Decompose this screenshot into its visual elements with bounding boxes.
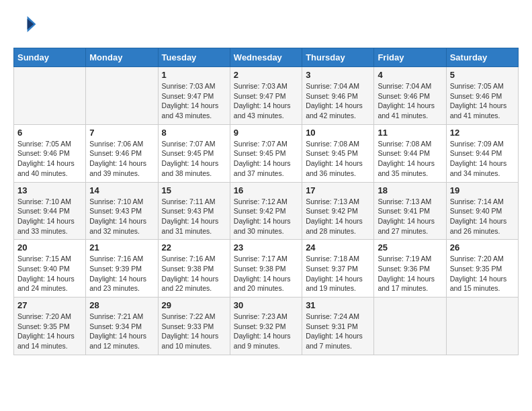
day-info: Sunrise: 7:20 AM Sunset: 9:35 PM Dayligh…	[450, 254, 515, 293]
week-row-2: 6Sunrise: 7:05 AM Sunset: 9:46 PM Daylig…	[14, 124, 519, 182]
calendar-cell: 17Sunrise: 7:13 AM Sunset: 9:42 PM Dayli…	[302, 182, 374, 240]
calendar-cell	[86, 67, 158, 125]
calendar-cell: 26Sunrise: 7:20 AM Sunset: 9:35 PM Dayli…	[446, 240, 518, 298]
day-number: 4	[378, 70, 442, 80]
calendar-cell: 6Sunrise: 7:05 AM Sunset: 9:46 PM Daylig…	[14, 124, 86, 182]
day-number: 29	[162, 300, 226, 310]
day-info: Sunrise: 7:10 AM Sunset: 9:44 PM Dayligh…	[17, 197, 82, 236]
day-number: 18	[378, 185, 442, 195]
day-info: Sunrise: 7:23 AM Sunset: 9:32 PM Dayligh…	[234, 312, 298, 351]
day-number: 9	[234, 128, 298, 138]
calendar-cell: 30Sunrise: 7:23 AM Sunset: 9:32 PM Dayli…	[230, 298, 302, 355]
calendar-cell: 16Sunrise: 7:12 AM Sunset: 9:42 PM Dayli…	[230, 182, 302, 240]
weekday-header-saturday: Saturday	[446, 48, 518, 67]
day-number: 10	[306, 128, 370, 138]
day-info: Sunrise: 7:20 AM Sunset: 9:35 PM Dayligh…	[17, 312, 82, 351]
calendar-cell: 29Sunrise: 7:22 AM Sunset: 9:33 PM Dayli…	[158, 298, 230, 355]
day-info: Sunrise: 7:24 AM Sunset: 9:31 PM Dayligh…	[306, 312, 370, 351]
day-number: 16	[234, 185, 298, 195]
calendar-cell: 21Sunrise: 7:16 AM Sunset: 9:39 PM Dayli…	[86, 240, 158, 298]
day-info: Sunrise: 7:17 AM Sunset: 9:38 PM Dayligh…	[234, 254, 298, 293]
weekday-header-tuesday: Tuesday	[158, 48, 230, 67]
day-number: 5	[450, 70, 515, 80]
day-info: Sunrise: 7:18 AM Sunset: 9:37 PM Dayligh…	[306, 254, 370, 293]
day-info: Sunrise: 7:04 AM Sunset: 9:46 PM Dayligh…	[306, 81, 370, 121]
day-number: 11	[378, 128, 442, 138]
day-number: 30	[234, 300, 298, 310]
calendar-cell: 7Sunrise: 7:06 AM Sunset: 9:46 PM Daylig…	[86, 124, 158, 182]
calendar-cell: 25Sunrise: 7:19 AM Sunset: 9:36 PM Dayli…	[374, 240, 446, 298]
day-number: 24	[306, 242, 370, 253]
logo	[13, 13, 37, 38]
calendar-cell: 20Sunrise: 7:15 AM Sunset: 9:40 PM Dayli…	[14, 240, 86, 298]
logo-icon	[15, 13, 37, 35]
day-number: 25	[378, 242, 442, 253]
day-number: 8	[162, 128, 226, 138]
day-info: Sunrise: 7:09 AM Sunset: 9:44 PM Dayligh…	[450, 139, 515, 179]
calendar-cell: 9Sunrise: 7:07 AM Sunset: 9:45 PM Daylig…	[230, 124, 302, 182]
day-number: 6	[17, 128, 82, 138]
day-info: Sunrise: 7:13 AM Sunset: 9:41 PM Dayligh…	[378, 197, 442, 236]
day-number: 20	[17, 242, 82, 253]
calendar-cell: 12Sunrise: 7:09 AM Sunset: 9:44 PM Dayli…	[446, 124, 518, 182]
day-info: Sunrise: 7:16 AM Sunset: 9:39 PM Dayligh…	[89, 254, 154, 293]
day-number: 12	[450, 128, 515, 138]
day-number: 31	[306, 300, 370, 310]
day-info: Sunrise: 7:04 AM Sunset: 9:46 PM Dayligh…	[378, 81, 442, 121]
day-info: Sunrise: 7:11 AM Sunset: 9:43 PM Dayligh…	[162, 197, 226, 236]
calendar-cell: 22Sunrise: 7:16 AM Sunset: 9:38 PM Dayli…	[158, 240, 230, 298]
calendar-cell: 19Sunrise: 7:14 AM Sunset: 9:40 PM Dayli…	[446, 182, 518, 240]
day-number: 23	[234, 242, 298, 253]
calendar-cell: 27Sunrise: 7:20 AM Sunset: 9:35 PM Dayli…	[14, 298, 86, 355]
day-number: 7	[89, 128, 154, 138]
day-info: Sunrise: 7:08 AM Sunset: 9:44 PM Dayligh…	[378, 139, 442, 179]
calendar-cell	[374, 298, 446, 355]
day-info: Sunrise: 7:07 AM Sunset: 9:45 PM Dayligh…	[234, 139, 298, 179]
calendar-cell: 2Sunrise: 7:03 AM Sunset: 9:47 PM Daylig…	[230, 67, 302, 125]
calendar-cell: 24Sunrise: 7:18 AM Sunset: 9:37 PM Dayli…	[302, 240, 374, 298]
day-number: 13	[17, 185, 82, 195]
weekday-header-wednesday: Wednesday	[230, 48, 302, 67]
calendar-cell: 23Sunrise: 7:17 AM Sunset: 9:38 PM Dayli…	[230, 240, 302, 298]
day-number: 26	[450, 242, 515, 253]
calendar-cell: 13Sunrise: 7:10 AM Sunset: 9:44 PM Dayli…	[14, 182, 86, 240]
weekday-header-sunday: Sunday	[14, 48, 86, 67]
day-number: 2	[234, 70, 298, 80]
calendar-cell	[446, 298, 518, 355]
calendar-cell: 4Sunrise: 7:04 AM Sunset: 9:46 PM Daylig…	[374, 67, 446, 125]
week-row-4: 20Sunrise: 7:15 AM Sunset: 9:40 PM Dayli…	[14, 240, 519, 298]
day-info: Sunrise: 7:03 AM Sunset: 9:47 PM Dayligh…	[234, 81, 298, 121]
weekday-header-thursday: Thursday	[302, 48, 374, 67]
day-info: Sunrise: 7:21 AM Sunset: 9:34 PM Dayligh…	[89, 312, 154, 351]
day-info: Sunrise: 7:06 AM Sunset: 9:46 PM Dayligh…	[89, 139, 154, 179]
weekday-header-monday: Monday	[86, 48, 158, 67]
day-number: 28	[89, 300, 154, 310]
calendar-cell: 31Sunrise: 7:24 AM Sunset: 9:31 PM Dayli…	[302, 298, 374, 355]
day-info: Sunrise: 7:13 AM Sunset: 9:42 PM Dayligh…	[306, 197, 370, 236]
day-number: 1	[162, 70, 226, 80]
calendar-cell: 11Sunrise: 7:08 AM Sunset: 9:44 PM Dayli…	[374, 124, 446, 182]
calendar-cell: 15Sunrise: 7:11 AM Sunset: 9:43 PM Dayli…	[158, 182, 230, 240]
week-row-5: 27Sunrise: 7:20 AM Sunset: 9:35 PM Dayli…	[14, 298, 519, 355]
day-number: 14	[89, 185, 154, 195]
day-info: Sunrise: 7:08 AM Sunset: 9:45 PM Dayligh…	[306, 139, 370, 179]
day-number: 27	[17, 300, 82, 310]
day-number: 21	[89, 242, 154, 253]
calendar-table: SundayMondayTuesdayWednesdayThursdayFrid…	[13, 48, 519, 355]
day-info: Sunrise: 7:16 AM Sunset: 9:38 PM Dayligh…	[162, 254, 226, 293]
day-number: 17	[306, 185, 370, 195]
calendar-cell: 1Sunrise: 7:03 AM Sunset: 9:47 PM Daylig…	[158, 67, 230, 125]
day-info: Sunrise: 7:19 AM Sunset: 9:36 PM Dayligh…	[378, 254, 442, 293]
day-info: Sunrise: 7:22 AM Sunset: 9:33 PM Dayligh…	[162, 312, 226, 351]
weekday-header-row: SundayMondayTuesdayWednesdayThursdayFrid…	[14, 48, 519, 67]
calendar-cell: 14Sunrise: 7:10 AM Sunset: 9:43 PM Dayli…	[86, 182, 158, 240]
calendar-cell	[14, 67, 86, 125]
page-container: SundayMondayTuesdayWednesdayThursdayFrid…	[0, 0, 532, 365]
header	[13, 13, 519, 38]
day-info: Sunrise: 7:05 AM Sunset: 9:46 PM Dayligh…	[17, 139, 82, 179]
week-row-1: 1Sunrise: 7:03 AM Sunset: 9:47 PM Daylig…	[14, 67, 519, 125]
day-number: 15	[162, 185, 226, 195]
weekday-header-friday: Friday	[374, 48, 446, 67]
day-info: Sunrise: 7:15 AM Sunset: 9:40 PM Dayligh…	[17, 254, 82, 293]
calendar-cell: 10Sunrise: 7:08 AM Sunset: 9:45 PM Dayli…	[302, 124, 374, 182]
